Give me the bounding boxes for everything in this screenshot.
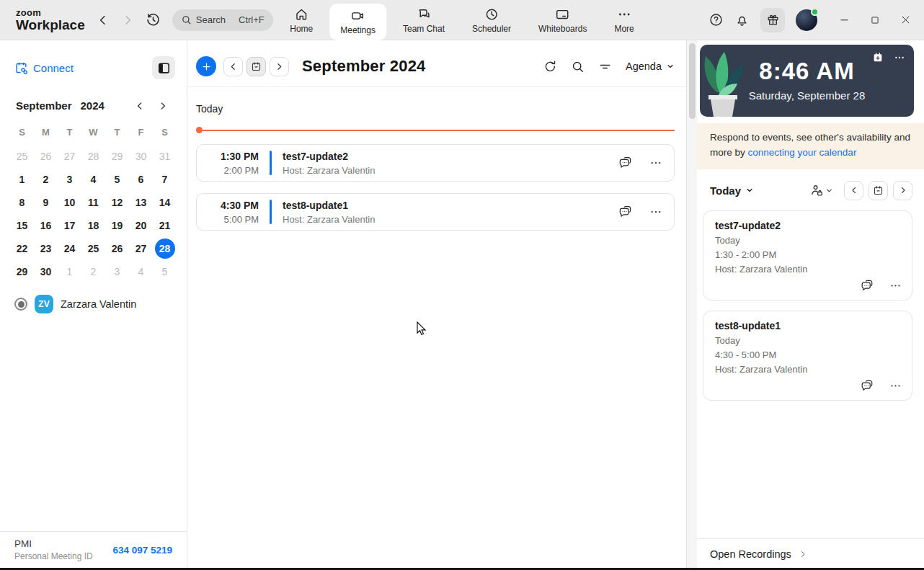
meeting-more-button[interactable] <box>649 205 662 218</box>
calendar-day[interactable]: 29 <box>105 145 129 168</box>
forward-button[interactable] <box>121 14 134 27</box>
next-day-button[interactable] <box>893 181 912 200</box>
tab-team-chat[interactable]: Team Chat <box>392 0 456 40</box>
go-to-today-button[interactable] <box>246 57 266 76</box>
calendar-day[interactable]: 31 <box>153 145 177 168</box>
whats-new-button[interactable] <box>760 8 785 32</box>
ellipsis-icon <box>617 7 631 22</box>
close-button[interactable] <box>900 14 911 25</box>
new-meeting-button[interactable] <box>196 56 216 76</box>
search-input[interactable]: Search Ctrl+F <box>172 9 273 31</box>
view-selector-dropdown[interactable]: Agenda <box>626 61 675 72</box>
tab-meetings[interactable]: Meetings <box>329 4 386 40</box>
calendar-day[interactable]: 13 <box>129 191 153 214</box>
chat-bubble-icon <box>618 156 632 170</box>
refresh-button[interactable] <box>543 60 557 74</box>
calendar-day[interactable]: 11 <box>81 191 105 214</box>
notifications-button[interactable] <box>734 12 750 27</box>
maximize-button[interactable] <box>870 15 880 25</box>
event-card[interactable]: test8-update1 Today 4:30 - 5:00 PM Host:… <box>703 311 912 401</box>
connecting-calendar-link[interactable]: connecting your calendar <box>748 147 857 158</box>
calendar-day[interactable]: 8 <box>10 191 34 214</box>
previous-day-button[interactable] <box>844 181 863 200</box>
filter-button[interactable] <box>598 60 612 74</box>
event-more-button[interactable] <box>889 279 902 293</box>
calendar-day[interactable]: 5 <box>105 168 129 191</box>
back-button[interactable] <box>97 14 110 27</box>
meeting-row[interactable]: 4:30 PM 5:00 PM test8-update1 Host: Zarz… <box>196 193 675 231</box>
calendar-day[interactable]: 19 <box>105 214 129 237</box>
calendar-owner-row[interactable]: ZV Zarzara Valentin <box>14 295 187 313</box>
search-meetings-button[interactable] <box>571 60 585 74</box>
main-scrollbar[interactable] <box>686 40 697 570</box>
calendar-day[interactable]: 5 <box>153 260 177 283</box>
tab-more[interactable]: More <box>603 0 644 40</box>
event-chat-button[interactable] <box>860 379 874 393</box>
date-range-dropdown[interactable]: Today <box>710 184 754 197</box>
tab-whiteboards[interactable]: Whiteboards <box>528 0 598 40</box>
calendar-day[interactable]: 3 <box>58 168 81 191</box>
calendar-day[interactable]: 23 <box>34 237 58 260</box>
previous-month-button[interactable] <box>135 101 145 111</box>
calendar-day[interactable]: 25 <box>10 145 34 168</box>
clock-card-more-button[interactable] <box>894 52 905 63</box>
event-more-button[interactable] <box>889 379 902 393</box>
meeting-row[interactable]: 1:30 PM 2:00 PM test7-update2 Host: Zarz… <box>196 144 675 182</box>
event-chat-button[interactable] <box>860 279 874 293</box>
calendar-day[interactable]: 12 <box>105 191 129 214</box>
open-recordings-link[interactable]: Open Recordings <box>697 538 924 570</box>
meeting-chat-button[interactable] <box>618 156 632 170</box>
calendar-day[interactable]: 20 <box>129 214 153 237</box>
tab-home[interactable]: Home <box>279 0 324 40</box>
calendar-day[interactable]: 2 <box>81 260 105 283</box>
calendar-day[interactable]: 18 <box>81 214 105 237</box>
calendar-day[interactable]: 27 <box>58 145 81 168</box>
calendar-day[interactable]: 28 <box>81 145 105 168</box>
event-card[interactable]: test7-update2 Today 1:30 - 2:00 PM Host:… <box>703 210 912 300</box>
next-month-button[interactable] <box>158 101 168 111</box>
meeting-chat-button[interactable] <box>618 205 632 219</box>
scrollbar-thumb[interactable] <box>689 43 696 119</box>
calendar-day[interactable]: 30 <box>129 145 153 168</box>
calendar-day[interactable]: 24 <box>58 237 81 260</box>
history-button[interactable] <box>146 12 161 27</box>
add-to-calendar-button[interactable] <box>872 52 884 63</box>
calendar-day[interactable]: 22 <box>10 237 34 260</box>
user-avatar[interactable] <box>796 9 817 31</box>
calendar-day[interactable]: 4 <box>129 260 153 283</box>
calendar-day[interactable]: 26 <box>105 237 129 260</box>
tab-label: Scheduler <box>472 24 511 34</box>
pmi-number[interactable]: 634 097 5219 <box>112 545 172 556</box>
calendar-day[interactable]: 21 <box>153 214 177 237</box>
meeting-more-button[interactable] <box>649 156 662 169</box>
calendar-day[interactable]: 29 <box>10 260 34 283</box>
calendar-day[interactable]: 2 <box>34 168 58 191</box>
tab-scheduler[interactable]: Scheduler <box>461 0 522 40</box>
previous-period-button[interactable] <box>223 57 243 76</box>
calendar-day[interactable]: 25 <box>81 237 105 260</box>
minimize-button[interactable] <box>839 14 850 25</box>
calendar-day[interactable]: 17 <box>58 214 81 237</box>
calendar-day[interactable]: 7 <box>153 168 177 191</box>
collapse-panel-button[interactable] <box>152 56 175 79</box>
calendar-day[interactable]: 27 <box>129 237 153 260</box>
calendar-owner-radio[interactable] <box>14 298 27 311</box>
next-period-button[interactable] <box>270 57 289 76</box>
calendar-day-selected[interactable]: 28 <box>153 237 177 260</box>
host-filter-dropdown[interactable] <box>810 184 833 197</box>
calendar-day[interactable]: 10 <box>58 191 81 214</box>
calendar-day[interactable]: 15 <box>10 214 34 237</box>
calendar-day[interactable]: 14 <box>153 191 177 214</box>
calendar-day[interactable]: 1 <box>10 168 34 191</box>
connect-calendar-button[interactable]: Connect <box>14 61 74 75</box>
calendar-day[interactable]: 3 <box>105 260 129 283</box>
calendar-day[interactable]: 9 <box>34 191 58 214</box>
calendar-day[interactable]: 4 <box>81 168 105 191</box>
calendar-day[interactable]: 30 <box>34 260 58 283</box>
calendar-day[interactable]: 1 <box>58 260 81 283</box>
help-button[interactable] <box>708 12 724 27</box>
pick-date-button[interactable] <box>869 181 888 200</box>
calendar-day[interactable]: 16 <box>34 214 58 237</box>
calendar-day[interactable]: 26 <box>34 145 58 168</box>
calendar-day[interactable]: 6 <box>129 168 153 191</box>
